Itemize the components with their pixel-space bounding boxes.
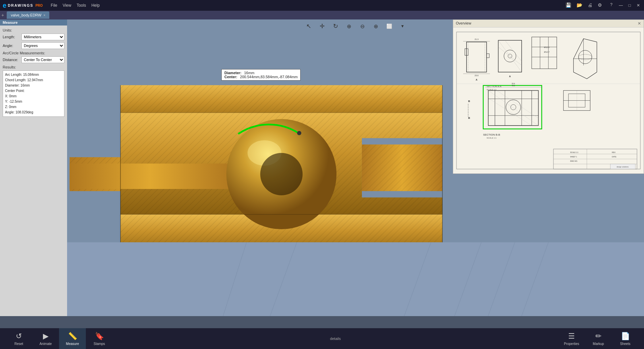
svg-text:SCALE 1:1: SCALE 1:1 [570,151,579,153]
measure-tool[interactable]: 📏 Measure [59,328,86,349]
svg-text:A: A [476,79,477,81]
length-select[interactable]: Millimeters [21,34,64,40]
close-button[interactable]: ✕ [635,2,641,8]
stamps-icon: 🔖 [95,332,104,341]
svg-text:SECTION B-B: SECTION B-B [483,133,500,136]
arc-section-label: Arc/Circle Measurements: [3,51,64,55]
stamps-label: Stamps [94,342,105,346]
units-label: Units: [3,28,64,32]
measure-panel-body: Units: Length: Millimeters Angle: Degree… [0,26,67,316]
center-label: Center: [224,75,237,79]
tab-close-button[interactable]: × [44,13,46,17]
pan-tool[interactable]: ✛ [317,21,327,31]
bottom-bg [67,242,644,316]
tab-valve-body[interactable]: valve_body.EDRW × [7,11,49,19]
measure-label: Measure [66,342,79,346]
results-label: Results: [3,65,64,69]
animate-label: Animate [40,342,52,346]
measurement-tooltip: Diameter: 16mm Center: 200.544mm,83.584m… [221,69,301,81]
sheets-tool[interactable]: 📄 Sheets [612,328,639,349]
overview-content[interactable]: 21.3 23.6 A A [453,28,644,173]
result-chord-length: Chord Length: 12.947mm [5,78,62,83]
result-center-point: Center Point: [5,88,62,94]
svg-text:49.5: 49.5 [512,85,515,87]
measure-panel-header: Measure [0,19,67,26]
svg-text:33.6: 33.6 [512,83,515,85]
length-label: Length: [3,35,19,39]
distance-row: Distance: Center To Center [3,56,64,63]
menu-help[interactable]: Help [91,3,100,8]
view-options-tool[interactable]: ⬜ [384,21,394,31]
toolbar-open-icon[interactable]: 📂 [577,2,582,8]
svg-text:Ø12.7: Ø12.7 [544,51,550,53]
logo-e-icon: e [3,2,6,9]
help-button[interactable]: ? [610,2,612,8]
title-bar: e DRAWINGS PRO File View Tools Help 💾 📂 … [0,0,644,11]
properties-tool[interactable]: ☰ Properties [558,328,585,349]
add-tab-button[interactable]: + [1,12,4,18]
logo-name: DRAWINGS [8,3,34,7]
window-controls: 💾 📂 🖨 ⚙ ? — □ ✕ [566,2,641,8]
toolbar-print-icon[interactable]: 🖨 [588,2,592,8]
results-box: Arc Length: 15.084mm Chord Length: 12.94… [3,70,64,117]
svg-rect-91 [129,242,582,316]
overview-drawing-svg: 21.3 23.6 A A [453,28,644,173]
reset-icon: ↺ [16,332,22,341]
center-row: Center: 200.544mm,83.584mm,-87.084mm [224,75,298,79]
bottom-lines-svg [67,242,644,316]
zoom-fit-tool[interactable]: ⊕ [344,21,354,31]
svg-text:A: A [509,75,511,78]
maximize-button[interactable]: □ [627,2,633,8]
zoom-in-tool[interactable]: ⊕ [371,21,380,31]
stamps-tool[interactable]: 🔖 Stamps [86,328,113,349]
main-content: Measure Units: Length: Millimeters Angle… [0,19,644,316]
zoom-out-tool[interactable]: ⊖ [358,21,367,31]
svg-text:21.3: 21.3 [475,38,479,40]
viewport[interactable]: ↖ ✛ ↻ ⊕ ⊖ ⊕ ⬜ ▼ [67,19,644,316]
bottom-toolbar: ↺ Reset ▶ Animate 📏 Measure 🔖 Stamps det… [0,328,644,349]
diameter-row: Diameter: 16mm [224,71,298,75]
distance-select[interactable]: Center To Center [21,56,64,63]
menu-tools[interactable]: Tools [76,3,86,8]
markup-tool[interactable]: ✏ Markup [585,328,612,349]
distance-label: Distance: [3,58,19,62]
svg-text:Ø12.2: Ø12.2 [544,46,550,48]
toolbar-settings-icon[interactable]: ⚙ [598,2,602,8]
minimize-button[interactable]: — [618,2,624,8]
svg-text:SCALE 1:1: SCALE 1:1 [487,137,497,139]
logo-pro: PRO [36,4,43,7]
sheets-label: Sheets [620,342,630,346]
cursor-tool[interactable]: ↖ [304,21,313,31]
animate-icon: ▶ [43,332,49,341]
svg-point-17 [260,153,303,195]
measure-icon: 📏 [68,332,77,341]
diameter-value: 16mm [244,71,255,75]
bottom-center-area: details [113,337,558,341]
bottom-right-tools: ☰ Properties ✏ Markup 📄 Sheets [558,328,639,349]
tab-bar: + valve_body.EDRW × [0,11,644,19]
length-row: Length: Millimeters [3,34,64,40]
reset-label: Reset [14,342,23,346]
markup-icon: ✏ [595,332,601,341]
svg-text:23.6: 23.6 [475,74,479,77]
result-diameter: Diameter: 16mm [5,83,62,88]
angle-label: Angle: [3,44,19,48]
angle-select[interactable]: Degrees [21,42,64,49]
menu-bar: File View Tools Help [51,3,100,8]
svg-rect-13 [70,163,231,189]
more-options-tool[interactable]: ▼ [398,21,407,31]
animate-tool[interactable]: ▶ Animate [32,328,59,349]
reset-tool[interactable]: ↺ Reset [5,328,32,349]
svg-text:REV:: REV: [612,151,615,153]
svg-rect-12 [362,145,442,191]
toolbar-save-icon[interactable]: 💾 [566,2,571,8]
svg-text:DWG NO.: DWG NO. [570,160,578,162]
svg-point-16 [297,131,302,135]
menu-view[interactable]: View [63,3,71,8]
result-z: Z: 0mm [5,104,62,110]
details-text: details [330,337,341,341]
diameter-label: Diameter: [224,71,241,75]
menu-file[interactable]: File [51,3,57,8]
rotate-tool[interactable]: ↻ [331,21,340,31]
properties-label: Properties [564,342,579,346]
